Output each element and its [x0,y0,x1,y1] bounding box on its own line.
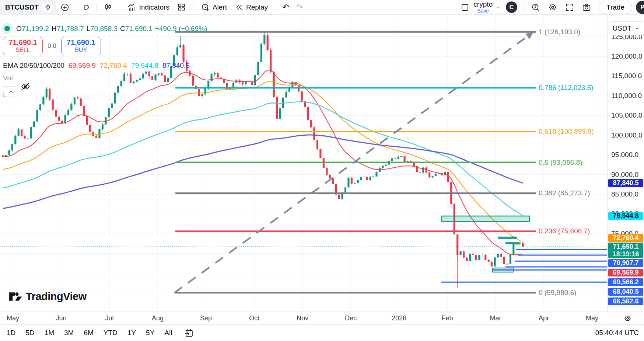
time-axis[interactable]: MayJunJulAugSepOctNovDec2026FebMarAprMay [0,312,644,324]
price-tick: 100,000.0 [611,131,643,139]
range-1m[interactable]: 1M [45,329,54,337]
close-value: 71,690.1 [125,25,153,32]
ema-100-line [3,102,523,216]
spread-value: 0.0 [48,42,56,50]
trade-button[interactable]: Trade [599,1,632,14]
ohlc-row: O71,199.2 H71,788.7 L70,858.3 C71,690.1 … [16,25,207,33]
symbol-search-button[interactable]: BTCUSDT [0,0,56,15]
grid-icon [177,3,186,12]
series-status-dot [1,23,13,34]
time-tick-Apr: Apr [531,314,557,322]
time-tick-Sep: Sep [193,314,219,322]
sell-button[interactable]: 71,690.1 SELL [3,37,43,55]
supply-zone [442,216,529,222]
go-to-date-icon[interactable] [184,328,194,338]
buy-button[interactable]: 71,690.1 BUY [61,37,101,55]
range-1y[interactable]: 1Y [127,329,136,337]
price-tick: 115,000.0 [611,72,642,80]
low-value: 70,858.3 [90,25,118,32]
range-all[interactable]: All [164,329,172,337]
diamond-icon [44,3,52,11]
price-tick: 90,000.0 [611,171,638,179]
open-value: 71,199.2 [22,25,49,32]
clock-timezone-button[interactable]: 05:40:44 UTC [595,329,639,337]
price-badge: 70,907.7 [608,259,643,267]
replay-button[interactable]: Replay [231,0,272,15]
templates-button[interactable] [173,0,190,15]
time-tick-Dec: Dec [338,314,364,322]
fib-label-0.382: 0.382 (85,273.7) [539,189,590,197]
time-tick-Aug: Aug [145,314,171,322]
fib-label-0.5: 0.5 (93,086.8) [539,159,582,167]
price-chart[interactable] [0,15,607,312]
price-tick: 85,000.0 [611,190,638,198]
quick-search-button[interactable] [527,0,544,15]
change-value: +490.9 (+0.69%) [155,25,207,33]
axis-settings-gear-icon[interactable] [623,314,632,323]
save-label: Save [477,8,489,14]
publish-button[interactable]: P [636,1,644,14]
ema-value-3: 87,840.5 [162,62,190,70]
range-1d[interactable]: 1D [7,329,15,337]
plus-circle-icon [60,3,70,12]
ema-label: EMA 20/50/100/200 [3,62,64,70]
layout-save-button[interactable]: crypto Save [473,1,493,14]
ema-value-0: 69,569.9 [69,62,96,70]
price-tick: 105,000.0 [611,111,643,119]
chart-style-button[interactable] [100,0,116,15]
price-tick: 95,000.0 [611,151,638,159]
price-badge: 87,840.5 [608,179,643,187]
time-tick-2026: 2026 [386,314,412,322]
range-3m[interactable]: 3M [64,329,74,337]
currency-label: USDT [613,24,632,32]
price-badge: 69,569.9 [608,269,643,276]
time-tick-Mar: Mar [483,314,508,322]
ema-value-2: 79,544.8 [131,62,158,70]
high-value: 71,788.7 [56,25,84,32]
range-6m[interactable]: 6M [84,329,93,337]
date-range-switcher: 1D5D1M3M6MYTD1Y5YAll [7,329,172,337]
caret-up-icon [8,88,14,95]
last-price-badge: 71,690.118:19:16 [608,243,643,258]
compare-add-button[interactable] [56,0,73,15]
time-tick-Oct: Oct [241,314,267,322]
currency-button[interactable]: USDT [609,21,643,35]
avatar: C [506,1,517,13]
layout-dropdown-button[interactable] [493,0,503,15]
undo-button[interactable]: ↶ [279,0,293,15]
price-badge: 68,040.5 [608,288,643,296]
structure-bar-0 [498,237,517,239]
price-axis[interactable]: 125,000.0120,000.0115,000.0110,000.0105,… [607,15,644,312]
layout-name: crypto [473,1,493,8]
ema-value-1: 72,760.4 [100,62,127,70]
gear-hexagon-icon [548,3,557,12]
range-5d[interactable]: 5D [25,329,34,337]
replay-rewind-icon [234,3,244,12]
tradingview-watermark[interactable]: TradingView [9,290,87,303]
screenshot-button[interactable] [578,0,595,15]
range-ytd[interactable]: YTD [104,329,118,337]
redo-button[interactable]: ↷ [293,0,307,15]
time-tick-Nov: Nov [290,314,315,322]
alert-button[interactable]: Alert [197,0,231,15]
legend-collapse-button[interactable] [4,86,18,97]
interval-button[interactable]: D [80,0,93,15]
range-5y[interactable]: 5Y [146,329,154,337]
camera-icon [582,3,591,12]
fib-label-0: 0 (59,980.6) [539,289,576,297]
fib-label-0.618: 0.618 (100,899.9) [539,128,594,136]
symbol-name: BTCUSDT [5,3,39,11]
settings-button[interactable] [544,0,561,15]
indicators-button[interactable]: Indicators [123,0,173,15]
fullscreen-icon [565,3,574,12]
buy-price: 71,690.1 [67,38,95,47]
bottom-toolbar: 1D5D1M3M6MYTD1Y5YAll 05:40:44 UTC [0,324,644,341]
candles-icon [104,3,113,12]
ema-legend: EMA 20/50/100/200 69,569.972,760.479,544… [3,62,190,70]
eye-slash-icon[interactable] [21,81,31,91]
fullscreen-button[interactable] [561,0,578,15]
account-button[interactable]: C [503,0,520,15]
time-tick-May: May [0,314,26,322]
chevron-down-icon [495,4,501,10]
layout-button[interactable] [456,0,473,15]
